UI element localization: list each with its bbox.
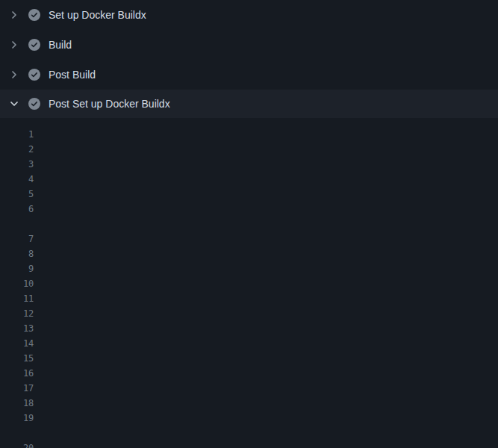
log-line: 16 time="2021-04-23T18:02:38Z" level=deb… [0, 366, 498, 381]
log-line: 19 time="2021-04-23T18:02:38Z" level=deb… [0, 411, 498, 426]
steps-list: Set up Docker Buildx Build Post Buil [0, 0, 498, 118]
log-line: 1 Post job cleanup. [0, 127, 498, 142]
line-number[interactable] [0, 217, 34, 231]
line-number[interactable]: 19 [0, 411, 34, 426]
line-number[interactable]: 4 [0, 172, 34, 187]
line-number[interactable]: 8 [0, 246, 34, 261]
log-line[interactable]: 2 ▼ BuildKit container logs [0, 142, 498, 157]
log-line: 18 time="2021-04-23T18:02:38Z" level=deb… [0, 396, 498, 411]
log-area: 1 Post job cleanup. 2 ▼ BuildKit contain… [0, 118, 498, 448]
line-number[interactable]: 14 [0, 336, 34, 351]
check-circle-icon [28, 9, 40, 21]
log-line: 3 /usr/bin/docker logs buildx_buildkit_b… [0, 157, 498, 172]
line-number[interactable]: 7 [0, 231, 34, 246]
step-row-build[interactable]: Build [0, 30, 498, 60]
log-line: 8 time="2021-04-23T18:02:37Z" level=info… [0, 246, 498, 261]
line-number[interactable]: 12 [0, 306, 34, 321]
log-line: 7 time="2021-04-23T18:02:37Z" level=warn… [0, 231, 498, 246]
log-line: linux/riscv64 linux/ppc64le linux/s390x … [0, 217, 498, 231]
line-number[interactable]: 13 [0, 321, 34, 336]
check-circle-icon [28, 98, 40, 110]
log-line: 13 time="2021-04-23T18:02:38Z" level=deb… [0, 321, 498, 336]
workflow-log-viewer: Set up Docker Buildx Build Post Buil [0, 0, 498, 448]
line-number[interactable]: 20 [0, 441, 34, 448]
log-line: 4 time="2021-04-23T18:02:37Z" level=info… [0, 172, 498, 187]
log-line: 5 time="2021-04-23T18:02:37Z" level=warn… [0, 187, 498, 202]
log-line: 14 time="2021-04-23T18:02:38Z" level=deb… [0, 336, 498, 351]
line-number[interactable]: 17 [0, 381, 34, 396]
line-number[interactable]: 9 [0, 261, 34, 276]
step-title: Build [49, 39, 72, 51]
log-line: 12 time="2021-04-23T18:02:38Z" level=deb… [0, 306, 498, 321]
chevron-right-icon [8, 39, 20, 51]
line-number[interactable]: 10 [0, 276, 34, 291]
check-circle-icon [28, 69, 40, 81]
log-line: application/vnd.oci.image.index.v1+json,… [0, 426, 498, 441]
chevron-right-icon [8, 9, 20, 21]
step-row-post-build[interactable]: Post Build [0, 60, 498, 90]
log-line: 10 time="2021-04-23T18:02:37Z" level=inf… [0, 276, 498, 291]
chevron-right-icon [8, 69, 20, 81]
line-number[interactable]: 6 [0, 202, 34, 217]
line-number[interactable]: 18 [0, 396, 34, 411]
step-title: Post Set up Docker Buildx [49, 98, 170, 110]
step-title: Set up Docker Buildx [49, 9, 146, 21]
log-line: 6 time="2021-04-23T18:02:37Z" level=info… [0, 202, 498, 217]
line-number[interactable]: 15 [0, 351, 34, 366]
log-line: 17 time="2021-04-23T18:02:38Z" level=deb… [0, 381, 498, 396]
log-line: 15 time="2021-04-23T18:02:38Z" level=deb… [0, 351, 498, 366]
step-row-post-set-up-docker-buildx[interactable]: Post Set up Docker Buildx [0, 90, 498, 118]
log-line: 9 time="2021-04-23T18:02:37Z" level=warn… [0, 261, 498, 276]
line-number[interactable]: 5 [0, 187, 34, 202]
chevron-down-icon [8, 98, 20, 110]
log-line: 11 time="2021-04-23T18:02:38Z" level=deb… [0, 291, 498, 306]
line-number[interactable]: 16 [0, 366, 34, 381]
step-row-set-up-docker-buildx[interactable]: Set up Docker Buildx [0, 0, 498, 30]
check-circle-icon [28, 39, 40, 51]
line-number[interactable]: 3 [0, 157, 34, 172]
line-number[interactable] [0, 426, 34, 441]
line-number[interactable]: 11 [0, 291, 34, 306]
line-number[interactable]: 2 [0, 142, 34, 157]
log-line: 20 time="2021-04-23T18:02:38Z" level=deb… [0, 441, 498, 448]
line-number[interactable]: 1 [0, 127, 34, 142]
step-title: Post Build [49, 69, 96, 81]
